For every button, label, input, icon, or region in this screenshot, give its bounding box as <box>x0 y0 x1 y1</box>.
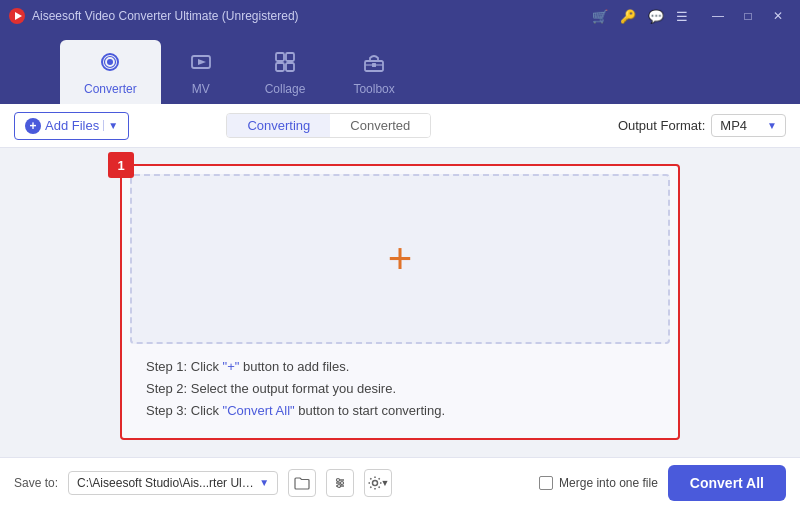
svg-point-19 <box>372 480 377 485</box>
output-format-label: Output Format: <box>618 118 705 133</box>
settings-dropdown-icon: ▼ <box>381 478 390 488</box>
tab-converter-label: Converter <box>84 82 137 102</box>
mv-tab-icon <box>190 51 212 78</box>
outer-red-border: + Step 1: Click "+" button to add files.… <box>120 164 680 440</box>
svg-rect-6 <box>276 53 284 61</box>
app-logo <box>8 7 26 25</box>
toolbar: + Add Files ▼ Converting Converted Outpu… <box>0 104 800 148</box>
maximize-button[interactable]: □ <box>734 6 762 26</box>
svg-rect-7 <box>286 53 294 61</box>
instructions: Step 1: Click "+" button to add files. S… <box>130 344 670 430</box>
title-bar: Aiseesoft Video Converter Ultimate (Unre… <box>0 0 800 32</box>
toolbox-tab-icon <box>363 51 385 78</box>
tab-toolbox-label: Toolbox <box>353 82 394 102</box>
save-path-text: C:\Aiseesoft Studio\Ais...rter Ultimate\… <box>77 476 257 490</box>
converter-tab-icon <box>99 51 121 78</box>
step1-click-text: "+" <box>223 359 240 374</box>
instruction-step-1: Step 1: Click "+" button to add files. <box>146 356 654 378</box>
svg-rect-12 <box>372 63 376 67</box>
converted-tab[interactable]: Converted <box>330 114 430 137</box>
title-bar-text: Aiseesoft Video Converter Ultimate (Unre… <box>32 9 592 23</box>
tab-mv-label: MV <box>192 82 210 102</box>
tab-converter[interactable]: Converter <box>60 40 161 104</box>
drop-zone-plus-icon: + <box>388 238 413 280</box>
svg-rect-9 <box>286 63 294 71</box>
svg-point-16 <box>337 478 340 481</box>
title-bar-icons: 🛒 🔑 💬 ☰ <box>592 9 688 24</box>
path-dropdown-arrow: ▼ <box>259 477 269 488</box>
converting-tab[interactable]: Converting <box>227 114 330 137</box>
open-folder-button[interactable] <box>288 469 316 497</box>
settings-button-2[interactable]: ▼ <box>364 469 392 497</box>
minimize-button[interactable]: — <box>704 6 732 26</box>
output-format-select[interactable]: MP4 ▼ <box>711 114 786 137</box>
step3-click-text: "Convert All" <box>223 403 295 418</box>
tab-collage-label: Collage <box>265 82 306 102</box>
add-files-dropdown-arrow[interactable]: ▼ <box>103 120 118 131</box>
main-content: 1 + Step 1: Click "+" button to add file… <box>0 148 800 457</box>
bottom-bar: Save to: C:\Aiseesoft Studio\Ais...rter … <box>0 457 800 507</box>
output-format-value: MP4 <box>720 118 747 133</box>
convert-all-button[interactable]: Convert All <box>668 465 786 501</box>
output-format-arrow-icon: ▼ <box>767 120 777 131</box>
collage-tab-icon <box>274 51 296 78</box>
svg-point-3 <box>107 59 113 65</box>
nav-tabs: Converter MV Collage <box>0 32 800 104</box>
merge-section: Merge into one file <box>539 476 658 490</box>
add-files-plus-icon: + <box>25 118 41 134</box>
instruction-step-2: Step 2: Select the output format you des… <box>146 378 654 400</box>
key-icon[interactable]: 🔑 <box>620 9 636 24</box>
tab-toolbox[interactable]: Toolbox <box>329 40 418 104</box>
cart-icon[interactable]: 🛒 <box>592 9 608 24</box>
menu-icon[interactable]: ☰ <box>676 9 688 24</box>
svg-rect-8 <box>276 63 284 71</box>
svg-point-17 <box>341 481 344 484</box>
converting-tabs: Converting Converted <box>226 113 431 138</box>
drop-zone-container: 1 + Step 1: Click "+" button to add file… <box>120 164 680 441</box>
drop-zone[interactable]: + <box>130 174 670 344</box>
add-files-button[interactable]: + Add Files ▼ <box>14 112 129 140</box>
settings-icon-1 <box>332 475 348 491</box>
save-to-label: Save to: <box>14 476 58 490</box>
instruction-step-3: Step 3: Click "Convert All" button to st… <box>146 400 654 422</box>
svg-point-18 <box>338 484 341 487</box>
merge-checkbox[interactable] <box>539 476 553 490</box>
close-button[interactable]: ✕ <box>764 6 792 26</box>
slot-badge: 1 <box>108 152 134 178</box>
folder-icon <box>294 476 310 490</box>
merge-label: Merge into one file <box>559 476 658 490</box>
window-controls: — □ ✕ <box>704 6 792 26</box>
tab-collage[interactable]: Collage <box>241 40 330 104</box>
output-format-section: Output Format: MP4 ▼ <box>618 114 786 137</box>
tab-mv[interactable]: MV <box>161 40 241 104</box>
add-files-label: Add Files <box>45 118 99 133</box>
save-path-input[interactable]: C:\Aiseesoft Studio\Ais...rter Ultimate\… <box>68 471 278 495</box>
chat-icon[interactable]: 💬 <box>648 9 664 24</box>
settings-button-1[interactable] <box>326 469 354 497</box>
